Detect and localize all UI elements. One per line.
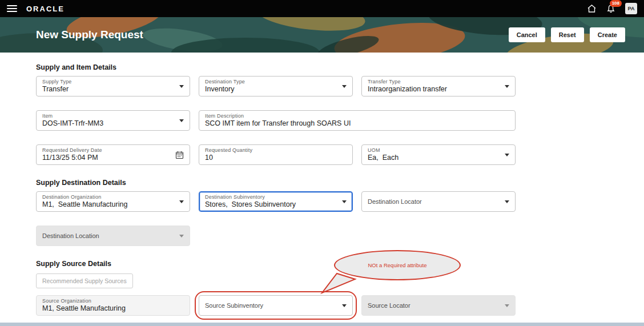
row-supply-item-1: Supply Type Transfer Destination Type In… [36, 76, 644, 96]
row-source-1: Source Organization M1, Seattle Manufact… [36, 295, 644, 316]
field-label: UOM [368, 147, 500, 154]
field-label: Source Organization [42, 298, 184, 304]
field-value: M1, Seattle Manufacturing [42, 304, 184, 313]
source-subinventory-field[interactable]: Source Subinventory [199, 295, 353, 316]
field-value: Stores, Stores Subinventory [205, 200, 337, 210]
notification-count-badge: 108 [610, 0, 622, 7]
reset-button[interactable]: Reset [551, 27, 584, 42]
destination-subinventory-field[interactable]: Destination Subinventory Stores, Stores … [199, 191, 353, 212]
item-description-field: Item Description SCO IMT item for Transf… [199, 110, 516, 131]
supply-type-field[interactable]: Supply Type Transfer [36, 76, 190, 96]
create-button[interactable]: Create [590, 27, 625, 42]
oracle-logo[interactable]: ORACLE [26, 5, 65, 13]
section-heading-source: Supply Source Details [36, 260, 644, 268]
chevron-down-icon[interactable] [505, 85, 509, 88]
top-bar: ORACLE 108 PA [0, 0, 644, 17]
field-label: Source Subinventory [205, 302, 337, 309]
uom-field[interactable]: UOM Ea, Each [361, 144, 516, 165]
requested-delivery-date-field[interactable]: Requested Delivery Date 11/13/25 5:04 PM [36, 144, 190, 165]
field-label: Item [42, 113, 175, 119]
chevron-down-icon [505, 304, 509, 307]
field-value: Ea, Each [368, 154, 500, 163]
field-label: Destination Location [42, 232, 175, 239]
notifications-bell-icon[interactable]: 108 [607, 4, 615, 13]
row-supply-item-2: Item DOS-IMT-Trfr-MM3 Item Description S… [36, 110, 644, 131]
form-content: Supply and Item Details Supply Type Tran… [0, 53, 644, 316]
bottom-window-edge [0, 323, 644, 326]
requested-quantity-field[interactable]: Requested Quantity 10 [199, 144, 353, 165]
chevron-down-icon[interactable] [179, 119, 184, 122]
section-heading-supply-item: Supply and Item Details [36, 63, 644, 71]
chevron-down-icon[interactable] [179, 85, 184, 88]
field-label: Destination Organization [42, 194, 175, 200]
field-label: Destination Subinventory [205, 194, 337, 200]
field-value: 10 [205, 154, 347, 163]
destination-type-field[interactable]: Destination Type Inventory [199, 76, 353, 96]
row-destination-2: Destination Location [36, 226, 644, 246]
home-icon[interactable] [587, 4, 597, 13]
chevron-down-icon[interactable] [342, 200, 347, 203]
field-label: Supply Type [42, 79, 175, 85]
field-value: SCO IMT item for Transfer through SOARS … [205, 119, 509, 128]
source-locator-field: Source Locator [361, 295, 516, 316]
page-header-banner: New Supply Request Cancel Reset Create [0, 17, 644, 53]
hamburger-menu-icon[interactable] [7, 5, 17, 12]
chevron-down-icon[interactable] [342, 304, 347, 307]
field-label: Destination Locator [368, 198, 500, 205]
header-actions: Cancel Reset Create [509, 27, 625, 42]
topbar-right-group: 108 PA [587, 3, 637, 14]
source-organization-field: Source Organization M1, Seattle Manufact… [36, 295, 190, 316]
field-label: Requested Delivery Date [42, 147, 171, 154]
row-supply-item-3: Requested Delivery Date 11/13/25 5:04 PM… [36, 144, 644, 165]
field-label: Destination Type [205, 79, 337, 85]
transfer-type-field[interactable]: Transfer Type Intraorganization transfer [361, 76, 516, 96]
field-label: Requested Quantity [205, 147, 347, 154]
field-label: Source Locator [368, 302, 500, 309]
chevron-down-icon[interactable] [342, 85, 347, 88]
chevron-down-icon[interactable] [179, 200, 184, 203]
destination-location-field: Destination Location [36, 226, 190, 246]
destination-organization-field[interactable]: Destination Organization M1, Seattle Man… [36, 191, 190, 212]
chevron-down-icon [179, 235, 184, 238]
field-label: Transfer Type [368, 79, 500, 85]
field-label: Item Description [205, 113, 509, 119]
calendar-icon[interactable] [175, 151, 184, 159]
field-value: Inventory [205, 85, 337, 94]
cancel-button[interactable]: Cancel [509, 27, 545, 42]
destination-locator-field[interactable]: Destination Locator [361, 191, 516, 212]
avatar[interactable]: PA [625, 3, 637, 14]
field-value: DOS-IMT-Trfr-MM3 [42, 119, 175, 128]
field-value: Transfer [42, 85, 175, 94]
chevron-down-icon[interactable] [505, 200, 509, 203]
recommended-supply-sources-button[interactable]: Recommended Supply Sources [36, 273, 133, 288]
row-destination-1: Destination Organization M1, Seattle Man… [36, 191, 644, 212]
item-field[interactable]: Item DOS-IMT-Trfr-MM3 [36, 110, 190, 131]
section-heading-destination: Supply Destination Details [36, 179, 644, 187]
chevron-down-icon[interactable] [505, 154, 509, 156]
field-value: Intraorganization transfer [368, 85, 500, 94]
field-value: M1, Seattle Manufacturing [42, 200, 175, 210]
page-title: New Supply Request [36, 29, 143, 41]
field-value: 11/13/25 5:04 PM [42, 154, 171, 163]
